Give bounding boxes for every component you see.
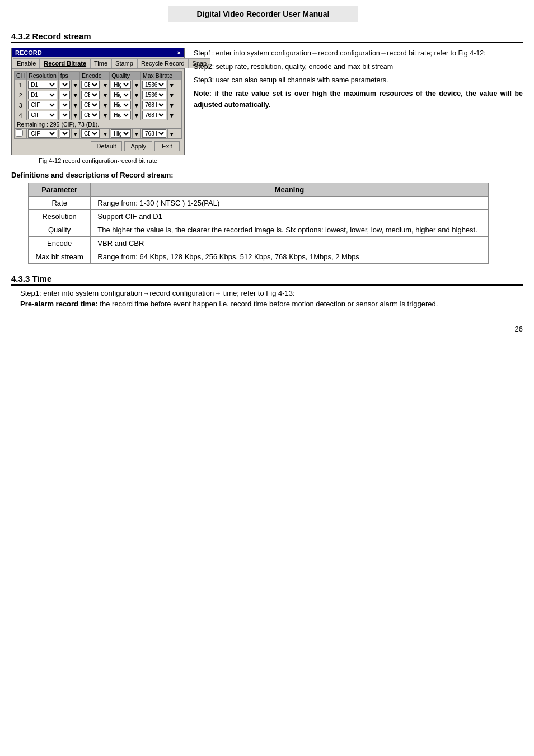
all-maxbitrate-select[interactable]: 768 kbps — [142, 129, 166, 138]
table-row: 4 CIF 30 ▼ CBR ▼ — [15, 110, 182, 120]
all-fps-select[interactable]: 30 — [60, 129, 70, 138]
quality-select-1[interactable]: Higher — [111, 81, 130, 89]
scroll-1 — [176, 80, 182, 90]
dialog-content: CH Resolution fps Encode Quality Max Bit… — [12, 69, 184, 155]
encode-select-2[interactable]: CBR — [81, 91, 100, 99]
qual-3: Higher — [110, 100, 132, 110]
dialog-buttons: Default Apply Exit — [14, 139, 182, 152]
record-tabs: Enable Record Bitrate Time Stamp Recycle… — [12, 57, 184, 69]
enc-3: CBR — [79, 100, 101, 110]
resolution-select-3[interactable]: CIF — [28, 101, 57, 109]
definitions-table: Parameter Meaning Rate Range from: 1-30 … — [28, 183, 489, 264]
section-433-step1: Step1: enter into system configuration→r… — [20, 289, 523, 297]
default-button[interactable]: Default — [91, 141, 123, 151]
encode-select-3[interactable]: CBR — [81, 101, 100, 109]
def-param-resolution: Resolution — [29, 210, 91, 223]
col-ch: CH — [15, 72, 27, 80]
all-quality-select[interactable]: Higher — [111, 129, 130, 138]
close-icon[interactable]: × — [177, 49, 181, 56]
maxbr-1: 1536 kbps — [141, 80, 168, 90]
all-checkbox[interactable] — [16, 129, 23, 137]
tab-recycle-record[interactable]: Recycle Record — [137, 58, 189, 68]
dialog-title: RECORD — [15, 49, 42, 56]
table-row: 2 D1 7 ▼ CBR ▼ — [15, 90, 182, 100]
fps-arr-4: ▼ — [71, 110, 79, 120]
step3-text: Step3: user can also setup all channels … — [194, 74, 523, 86]
step1-text: Step1: enter into system configuration→r… — [194, 48, 523, 59]
def-row-rate: Rate Range from: 1-30 ( NTSC ) 1-25(PAL) — [29, 197, 489, 210]
def-col-meaning: Meaning — [91, 183, 488, 197]
fps-select-2[interactable]: 7 — [60, 91, 70, 99]
def-meaning-rate: Range from: 1-30 ( NTSC ) 1-25(PAL) — [91, 197, 488, 210]
qual-1: Higher — [110, 80, 132, 90]
qual-2: Higher — [110, 90, 132, 100]
enc-arr-3: ▼ — [101, 100, 109, 110]
ch-3: 3 — [15, 100, 27, 110]
right-column: Step1: enter into system configuration→r… — [194, 48, 523, 164]
fps-arr-3: ▼ — [71, 100, 79, 110]
res-2: D1 — [27, 90, 59, 100]
page-number: 26 — [11, 325, 523, 333]
all-encode-select[interactable]: CBR — [81, 129, 100, 138]
encode-select-4[interactable]: CBR — [81, 111, 100, 119]
section-433: 4.3.3 Time Step1: enter into system conf… — [11, 274, 523, 308]
col-quality: Quality — [110, 72, 141, 80]
record-table: CH Resolution fps Encode Quality Max Bit… — [14, 71, 182, 139]
all-scroll — [176, 129, 182, 139]
scroll-3 — [176, 100, 182, 110]
def-row-resolution: Resolution Support CIF and D1 — [29, 210, 489, 223]
encode-select-1[interactable]: CBR — [81, 81, 100, 89]
tab-enable[interactable]: Enable — [13, 58, 40, 68]
col-encode: Encode — [79, 72, 109, 80]
scrollbar-header — [176, 72, 182, 80]
def-col-param: Parameter — [29, 183, 91, 197]
pre-alarm-text: the record time before event happen i.e.… — [98, 300, 438, 308]
enc-arr-4: ▼ — [101, 110, 109, 120]
quality-select-4[interactable]: Higher — [111, 111, 130, 119]
maxbr-2: 1536 kbps — [141, 90, 168, 100]
def-meaning-encode: VBR and CBR — [91, 237, 488, 250]
all-row: CIF 30 ▼ CBR ▼ Higher — [15, 129, 182, 139]
apply-button[interactable]: Apply — [124, 141, 152, 151]
maxbr-3: 768 kbps — [141, 100, 168, 110]
main-layout: RECORD × Enable Record Bitrate Time Stam… — [11, 48, 523, 164]
all-maxbr: 768 kbps — [141, 129, 168, 139]
all-resolution-select[interactable]: CIF — [28, 129, 57, 138]
maxbr-arr-3: ▼ — [167, 100, 176, 110]
maxbitrate-select-4[interactable]: 768 kbps — [142, 111, 166, 119]
col-fps: fps — [58, 72, 79, 80]
step2-text: Step2: setup rate, resolution, quality, … — [194, 61, 523, 72]
maxbitrate-select-1[interactable]: 1536 kbps — [142, 81, 166, 89]
resolution-select-2[interactable]: D1 — [28, 91, 57, 99]
tab-time[interactable]: Time — [90, 58, 111, 68]
quality-select-2[interactable]: Higher — [111, 91, 130, 99]
record-dialog: RECORD × Enable Record Bitrate Time Stam… — [11, 48, 185, 155]
quality-select-3[interactable]: Higher — [111, 101, 130, 109]
maxbitrate-select-2[interactable]: 1536 kbps — [142, 91, 166, 99]
ch-4: 4 — [15, 110, 27, 120]
col-resolution: Resolution — [27, 72, 59, 80]
all-res: CIF — [27, 129, 59, 139]
resolution-select-4[interactable]: CIF — [28, 111, 57, 119]
def-param-rate: Rate — [29, 197, 91, 210]
def-row-maxbitstream: Max bit stream Range from: 64 Kbps, 128 … — [29, 250, 489, 264]
table-row: 3 CIF 1 ▼ CBR ▼ — [15, 100, 182, 110]
fig-caption: Fig 4-12 record configuration-record bit… — [11, 157, 185, 164]
maxbitrate-select-3[interactable]: 768 kbps — [142, 101, 166, 109]
fps-select-3[interactable]: 1 — [60, 101, 70, 109]
fps-select-1[interactable]: 30 — [60, 81, 70, 89]
maxbr-arr-2: ▼ — [167, 90, 176, 100]
enc-4: CBR — [79, 110, 101, 120]
exit-button[interactable]: Exit — [154, 141, 180, 151]
col-maxbitrate: Max Bitrate — [141, 72, 176, 80]
tab-record-bitrate[interactable]: Record Bitrate — [40, 58, 90, 68]
step1-433-text: Step1: enter into system configuration→r… — [20, 289, 295, 297]
tab-stamp[interactable]: Stamp — [111, 58, 137, 68]
enc-arr-2: ▼ — [101, 90, 109, 100]
all-fps-arr: ▼ — [71, 129, 79, 139]
resolution-select-1[interactable]: D1 — [28, 81, 57, 89]
all-enc-arr: ▼ — [101, 129, 109, 139]
qual-arr-2: ▼ — [132, 90, 140, 100]
def-meaning-resolution: Support CIF and D1 — [91, 210, 488, 223]
fps-select-4[interactable]: 30 — [60, 111, 70, 119]
